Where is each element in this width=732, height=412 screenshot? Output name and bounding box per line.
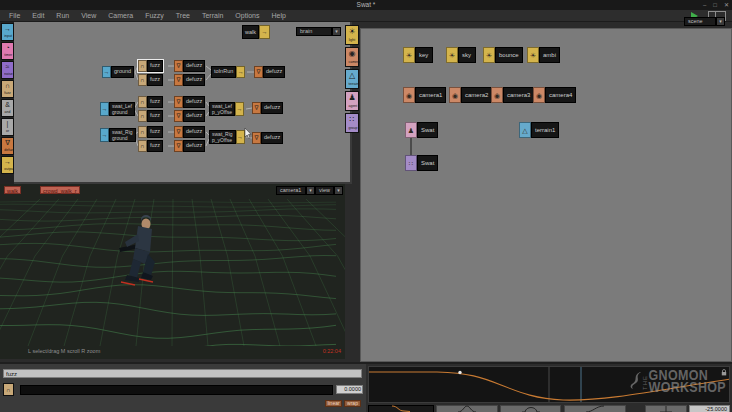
scene-graph-panel[interactable]: ☀key ☀sky ☀bounce ☀ambi ◉camera1 ◉camera…	[360, 28, 732, 362]
menu-view[interactable]: View	[81, 12, 96, 19]
close-button[interactable]: ✕	[724, 0, 729, 10]
preset-scurve-up-button[interactable]	[564, 405, 626, 412]
node-light-key[interactable]: ☀key	[403, 47, 433, 63]
viewport-camera-dropdown[interactable]: camera1 ▾	[276, 186, 315, 195]
fuzz-name-input[interactable]	[3, 369, 362, 378]
node-defuzz[interactable]: ∇defuzz	[174, 74, 205, 86]
fuzz-icon: ∩	[138, 96, 147, 108]
chevron-down-icon: ▾	[716, 17, 725, 26]
node-defuzz[interactable]: ∇defuzz	[174, 96, 205, 108]
node-agent-swat[interactable]: ♟Swat	[405, 122, 438, 138]
clip-tag-crowd-walk[interactable]: crowd_walk_r	[40, 186, 80, 194]
swat-character[interactable]	[105, 212, 175, 297]
output-icon: →	[259, 25, 270, 39]
brain-graph-panel[interactable]: brain ▾ walk → →ground ∩fuzz ∩fuzz ∇defu…	[14, 22, 352, 184]
membership-curve-canvas[interactable]: THE GNOMONWORKSHOP	[368, 366, 730, 403]
menu-fuzzy[interactable]: Fuzzy	[145, 12, 164, 19]
tool-fuzz[interactable]: ∩fuzz	[1, 80, 14, 98]
gnomon-watermark: THE GNOMONWORKSHOP	[629, 371, 726, 393]
timer-icon: ◔	[2, 43, 13, 53]
preset-scurve-down-button[interactable]	[368, 405, 434, 412]
viewport-view-dropdown[interactable]: view ▾	[315, 186, 343, 195]
defuzz-icon: ∇	[252, 102, 261, 114]
scene-selector-dropdown[interactable]: scene ▾	[684, 17, 725, 26]
node-defuzz[interactable]: ∇defuzz	[252, 102, 283, 114]
curve-editor-panel: THE GNOMONWORKSHOP -2	[366, 362, 732, 412]
fuzz-value-field[interactable]: 0.0000	[336, 385, 363, 394]
node-defuzz[interactable]: ∇defuzz	[252, 132, 283, 144]
tool-light[interactable]: ☀light	[345, 25, 359, 45]
linear-button[interactable]: linear	[325, 400, 342, 407]
node-camera2[interactable]: ◉camera2	[449, 87, 492, 103]
node-fuzz[interactable]: ∩fuzz	[138, 140, 163, 152]
state-tag-walk[interactable]: walk	[4, 186, 21, 194]
node-swat-right-ground[interactable]: →swat_Rigground	[100, 128, 136, 142]
node-walk[interactable]: walk →	[242, 25, 270, 39]
tool-or[interactable]: |or	[1, 118, 14, 136]
node-ground[interactable]: →ground	[102, 66, 134, 78]
node-defuzz[interactable]: ∇defuzz	[174, 126, 205, 138]
wrap-button[interactable]: wrap	[344, 400, 361, 407]
node-group-swat[interactable]: ∷Swat	[405, 155, 438, 171]
fuzz-icon: ∩	[138, 140, 147, 152]
node-defuzz[interactable]: ∇defuzz	[254, 66, 285, 78]
tool-camera[interactable]: ◉camera	[345, 47, 359, 67]
brain-selector-dropdown[interactable]: brain ▾	[296, 27, 341, 36]
defuzz-icon: ∇	[174, 60, 183, 72]
node-light-ambi[interactable]: ☀ambi	[527, 47, 560, 63]
node-fuzz[interactable]: ∩fuzz	[138, 110, 163, 122]
node-light-bounce[interactable]: ☀bounce	[483, 47, 523, 63]
node-fuzz[interactable]: ∩fuzz	[138, 96, 163, 108]
node-fuzz[interactable]: ∩fuzz	[138, 74, 163, 86]
tool-defuzz[interactable]: ∇defuzz	[1, 137, 14, 155]
preset-bell-button[interactable]	[436, 405, 498, 412]
tool-input[interactable]: →input	[1, 23, 14, 41]
tool-timer[interactable]: ◔timer	[1, 42, 14, 60]
node-toinrun-output[interactable]: toInRun→	[211, 66, 245, 78]
node-camera4[interactable]: ◉camera4	[533, 87, 576, 103]
tool-group[interactable]: ∷group	[345, 113, 359, 133]
menu-options[interactable]: Options	[235, 12, 259, 19]
tool-and[interactable]: &and	[1, 99, 14, 117]
node-defuzz[interactable]: ∇defuzz	[174, 140, 205, 152]
viewport-3d[interactable]: walk crowd_walk_r camera1 ▾ view ▾ L sel…	[0, 184, 345, 359]
minimize-button[interactable]: –	[703, 0, 706, 10]
node-fuzz-selected[interactable]: ∩fuzz	[138, 60, 163, 72]
preset-spike-button[interactable]	[645, 405, 687, 412]
node-swat-right-yoffset-output[interactable]: swat_Rigp_yOffse→	[209, 130, 245, 144]
tool-noise[interactable]: ≈noise	[1, 61, 14, 79]
maximize-button[interactable]: □	[713, 0, 717, 10]
tool-output[interactable]: →output	[1, 156, 14, 174]
node-defuzz[interactable]: ∇defuzz	[174, 60, 205, 72]
chevron-down-icon: ▾	[334, 186, 343, 195]
node-terrain1[interactable]: △terrain1	[519, 122, 559, 138]
fuzz-value-slider[interactable]	[20, 385, 333, 395]
plateau-curve-icon	[521, 405, 541, 412]
mouse-hint-text: L select/drag M scroll R zoom	[28, 348, 100, 354]
curve-value-field[interactable]: -25.0000	[689, 405, 730, 412]
menu-camera[interactable]: Camera	[108, 12, 133, 19]
gnomon-logo-icon	[629, 371, 642, 393]
output-icon: →	[2, 157, 13, 167]
light-icon: ☀	[346, 26, 358, 38]
output-icon: →	[236, 66, 245, 78]
node-swat-left-ground[interactable]: →swat_Lefground	[100, 102, 135, 116]
node-camera1[interactable]: ◉camera1	[403, 87, 446, 103]
menu-run[interactable]: Run	[56, 12, 69, 19]
terrain-icon: △	[519, 122, 531, 138]
menu-file[interactable]: File	[9, 12, 20, 19]
node-fuzz[interactable]: ∩fuzz	[138, 126, 163, 138]
node-light-sky[interactable]: ☀sky	[446, 47, 476, 63]
node-defuzz[interactable]: ∇defuzz	[174, 110, 205, 122]
menu-edit[interactable]: Edit	[32, 12, 44, 19]
fuzz-icon: ∩	[3, 383, 14, 396]
node-swat-left-yoffset-output[interactable]: swat_Lefp_yOffse→	[209, 102, 244, 116]
menu-tree[interactable]: Tree	[176, 12, 190, 19]
tool-agent[interactable]: ♟agent	[345, 91, 359, 111]
preset-plateau-button[interactable]	[500, 405, 561, 412]
node-camera3[interactable]: ◉camera3	[491, 87, 534, 103]
tool-terrain[interactable]: △terrain	[345, 69, 359, 89]
menu-help[interactable]: Help	[271, 12, 285, 19]
menu-terrain[interactable]: Terrain	[202, 12, 223, 19]
lock-icon[interactable]	[721, 369, 727, 376]
